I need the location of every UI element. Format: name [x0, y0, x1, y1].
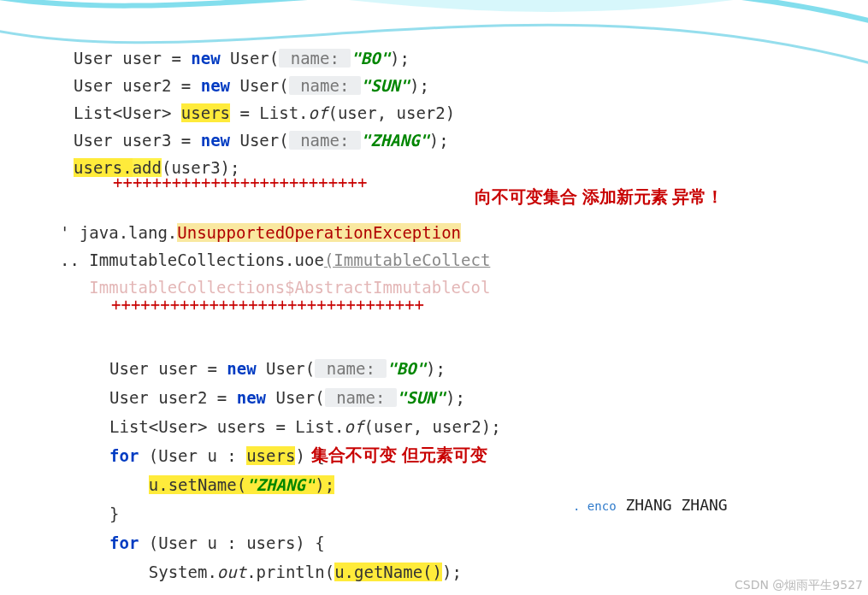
- code-block-top: User user = new User( name: "BO"); User …: [74, 17, 455, 181]
- code-line-4: User user3 = new User( name: "ZHANG");: [74, 131, 449, 150]
- annotation-immutable-add: 向不可变集合 添加新元素 异常！: [475, 185, 723, 209]
- annotation-element-mutable: 集合不可变 但元素可变: [311, 443, 487, 467]
- stacktrace-block: ' java.lang.UnsupportedOperationExceptio…: [60, 191, 490, 301]
- code-line-1: User user = new User( name: "BO");: [74, 49, 410, 68]
- code2-line-4: for (User u : users) {: [109, 446, 325, 465]
- code2-line-8: System.out.println(u.getName());: [109, 563, 462, 581]
- output-line-2: ZHANG: [681, 496, 727, 514]
- code2-line-5: u.setName("ZHANG");: [109, 475, 334, 494]
- program-output: . enco ZHANG ZHANG: [573, 494, 728, 517]
- csdn-watermark: CSDN @烟雨平生9527: [735, 578, 863, 593]
- separator-plus-2: ++++++++++++++++++++++++++++++++: [111, 291, 424, 318]
- code2-line-6: }: [109, 504, 119, 523]
- stack-line-2: .. ImmutableCollections.uoe(ImmutableCol…: [60, 250, 490, 269]
- code-line-3: List<User> users = List.of(user, user2): [74, 103, 455, 122]
- code2-line-2: User user2 = new User( name: "SUN");: [109, 388, 465, 407]
- code-line-2: User user2 = new User( name: "SUN");: [74, 76, 429, 95]
- code2-line-1: User user = new User( name: "BO");: [109, 359, 446, 378]
- code2-line-3: List<User> users = List.of(user, user2);: [109, 417, 501, 436]
- output-line-1: ZHANG: [625, 496, 671, 514]
- stack-line-1: ' java.lang.UnsupportedOperationExceptio…: [60, 223, 461, 242]
- output-hint: . enco: [573, 499, 617, 513]
- code2-line-7: for (User u : users) {: [109, 533, 325, 552]
